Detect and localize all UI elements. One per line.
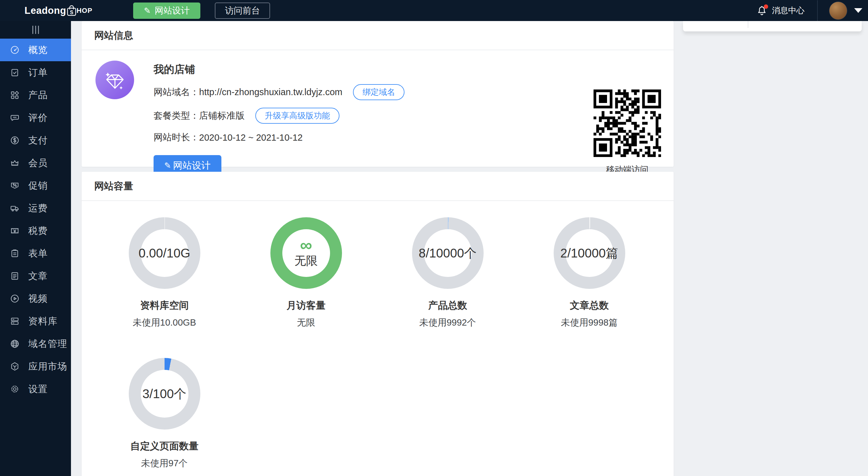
sidebar-item-视频[interactable]: 视频 [0, 287, 71, 310]
capacity-item-subtitle: 无限 [297, 317, 315, 329]
shop-name: 我的店铺 [154, 62, 404, 76]
capacity-card: 网站容量 0.00/10G资料库空间未使用10.00GB∞无限月访客量无限8/1… [82, 172, 674, 476]
capacity-card-title: 网站容量 [94, 180, 133, 193]
capacity-item-文章总数: 2/10000篇文章总数未使用9998篇 [519, 217, 660, 329]
sidebar-item-表单[interactable]: 表单 [0, 242, 71, 265]
donut-center-value: 8/10000个 [418, 245, 477, 262]
site-info-card-header: 网站信息 [82, 21, 674, 50]
design-site-button-label: 网站设计 [173, 159, 211, 172]
sidebar-item-label: 文章 [28, 270, 48, 283]
donut-hole: 8/10000个 [424, 229, 472, 277]
reviews-icon [9, 113, 20, 123]
dashboard-icon [9, 44, 20, 55]
sidebar-item-label: 概览 [28, 44, 48, 57]
donut-hole: 3/100个 [141, 370, 188, 418]
duration-row: 网站时长： 2020-10-12 ~ 2021-10-12 [154, 131, 404, 144]
articles-icon [9, 271, 20, 281]
sidebar-item-文章[interactable]: 文章 [0, 265, 71, 287]
visit-site-button-label: 访问前台 [225, 5, 260, 17]
capacity-item-title: 自定义页面数量 [130, 440, 198, 453]
sidebar-item-订单[interactable]: 订单 [0, 61, 71, 84]
sidebar-item-促销[interactable]: 促销 [0, 174, 71, 197]
sidebar-item-label: 运费 [28, 202, 48, 215]
donut-chart: 8/10000个 [412, 217, 484, 289]
sidebar-item-税费[interactable]: 税费 [0, 220, 71, 242]
qr-block: 移动端访问 [593, 90, 661, 175]
duration-label: 网站时长： [154, 131, 199, 144]
bell-icon [756, 5, 768, 16]
brand-logo-suffix: HOP [76, 7, 93, 15]
brand-logo[interactable]: Leadong S HOP [25, 5, 92, 16]
sidebar-item-label: 视频 [28, 292, 48, 305]
donut-center-value: 3/100个 [142, 385, 186, 403]
library-icon [9, 316, 20, 326]
upgrade-button[interactable]: 升级享高级版功能 [255, 108, 339, 124]
capacity-item-资料库空间: 0.00/10G资料库空间未使用10.00GB [94, 217, 235, 329]
shipping-icon [9, 203, 20, 214]
sidebar: 概览订单产品评价支付会员促销运费税费表单文章视频资料库域名管理应用市场设置 [0, 21, 71, 476]
notification-badge [764, 4, 768, 9]
sidebar-nav: 概览订单产品评价支付会员促销运费税费表单文章视频资料库域名管理应用市场设置 [0, 39, 71, 400]
sidebar-item-应用市场[interactable]: 应用市场 [0, 355, 71, 378]
gem-icon [103, 68, 127, 92]
donut-chart: ∞无限 [270, 217, 342, 289]
sidebar-item-会员[interactable]: 会员 [0, 152, 71, 174]
sidebar-collapse-handle[interactable] [0, 21, 71, 39]
domain-value: http://cn-zhongshuxian.tw.ldyjz.com [199, 87, 342, 97]
brand-logo-text: Leadong [25, 5, 66, 16]
donut-chart: 3/100个 [129, 358, 200, 430]
sidebar-item-支付[interactable]: 支付 [0, 129, 71, 152]
plan-label: 套餐类型： [154, 109, 199, 122]
sidebar-item-label: 促销 [28, 179, 48, 192]
sidebar-item-label: 表单 [28, 247, 48, 260]
bind-domain-button[interactable]: 绑定域名 [353, 84, 404, 100]
sidebar-item-label: 支付 [28, 134, 48, 147]
donut-hole: 2/10000篇 [566, 229, 613, 277]
capacity-item-月访客量: ∞无限月访客量无限 [235, 217, 377, 329]
sidebar-item-概览[interactable]: 概览 [0, 39, 71, 61]
capacity-grid: 0.00/10G资料库空间未使用10.00GB∞无限月访客量无限8/10000个… [82, 201, 674, 476]
domain-row: 网站域名： http://cn-zhongshuxian.tw.ldyjz.co… [154, 84, 404, 100]
members-icon [9, 158, 20, 168]
capacity-item-subtitle: 未使用10.00GB [133, 317, 196, 329]
apps-icon [9, 361, 20, 372]
donut-chart: 2/10000篇 [554, 217, 625, 289]
topbar: Leadong S HOP ✎ 网站设计 访问前台 消息中心 [0, 0, 868, 21]
donut-chart: 0.00/10G [129, 217, 200, 289]
capacity-item-自定义页面数量: 3/100个自定义页面数量未使用97个 [94, 358, 235, 470]
message-center-button[interactable]: 消息中心 [756, 5, 805, 16]
promotions-icon [9, 180, 20, 191]
sidebar-item-设置[interactable]: 设置 [0, 378, 71, 400]
main-content: 网站信息 我的店铺 网站域名： http://cn-zhongshuxia [71, 21, 868, 476]
sidebar-item-label: 税费 [28, 224, 48, 237]
visit-site-button[interactable]: 访问前台 [215, 2, 270, 19]
videos-icon [9, 293, 20, 304]
donut-center-value: 无限 [294, 253, 318, 269]
sidebar-item-label: 应用市场 [28, 360, 67, 373]
chevron-down-icon[interactable] [854, 8, 862, 13]
sidebar-item-产品[interactable]: 产品 [0, 84, 71, 106]
right-panel-divider [748, 21, 748, 28]
shopping-bag-icon: S [67, 5, 76, 16]
topbar-design-button[interactable]: ✎ 网站设计 [133, 2, 200, 19]
sidebar-item-label: 资料库 [28, 315, 58, 328]
duration-value: 2020-10-12 ~ 2021-10-12 [199, 132, 303, 143]
capacity-item-title: 资料库空间 [140, 299, 189, 312]
settings-icon [9, 384, 20, 394]
site-info-body: 我的店铺 网站域名： http://cn-zhongshuxian.tw.ldy… [82, 50, 674, 167]
user-avatar[interactable] [829, 2, 847, 20]
products-icon [9, 90, 20, 100]
qr-code [593, 90, 661, 157]
sidebar-item-域名管理[interactable]: 域名管理 [0, 332, 71, 355]
message-center-label: 消息中心 [772, 5, 805, 16]
donut-hole: ∞无限 [282, 229, 330, 277]
shop-detail: 我的店铺 网站域名： http://cn-zhongshuxian.tw.ldy… [154, 61, 404, 176]
right-panel-cutoff [683, 21, 862, 31]
sidebar-item-评价[interactable]: 评价 [0, 106, 71, 129]
topbar-design-button-label: 网站设计 [155, 5, 190, 17]
topbar-divider [817, 0, 818, 21]
sidebar-item-运费[interactable]: 运费 [0, 197, 71, 220]
shop-avatar [95, 61, 134, 99]
sidebar-item-资料库[interactable]: 资料库 [0, 310, 71, 332]
svg-text:S: S [70, 10, 73, 15]
